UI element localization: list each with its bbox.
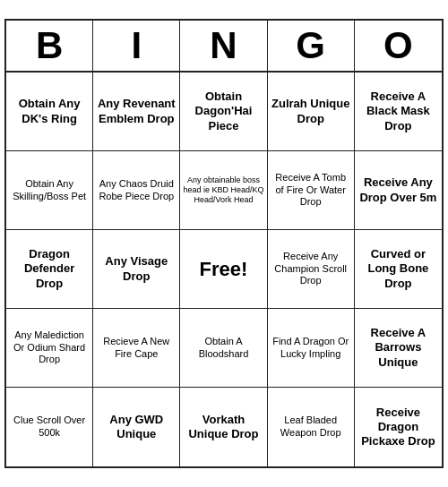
bingo-cell: Leaf Bladed Weapon Drop [268,388,355,466]
bingo-cell: Obtain Any DK's Ring [6,73,93,151]
bingo-cell: Dragon Defender Drop [6,230,93,309]
bingo-cell: Obtain Dagon'Hai Piece [180,73,267,151]
bingo-cell: Any Malediction Or Odium Shard Drop [6,309,93,388]
bingo-cell: Receive A Tomb of Fire Or Water Drop [268,151,355,230]
bingo-cell: Curved or Long Bone Drop [355,230,442,309]
bingo-cell: Clue Scroll Over 500k [6,388,93,466]
bingo-cell: Vorkath Unique Drop [180,388,267,466]
bingo-cell: Free! [180,230,267,309]
bingo-cell: Any Visage Drop [93,230,180,309]
bingo-letter: G [268,21,355,73]
bingo-card: BINGO Obtain Any DK's RingAny Revenant E… [4,19,444,468]
bingo-cell: Find A Dragon Or Lucky Impling [268,309,355,388]
bingo-letter: O [355,21,442,73]
bingo-cell: Receive A Black Mask Drop [355,73,442,151]
bingo-grid: Obtain Any DK's RingAny Revenant Emblem … [6,73,442,466]
bingo-cell: Any obtainable boss head ie KBD Head/KQ … [180,151,267,230]
bingo-cell: Recieve A New Fire Cape [93,309,180,388]
bingo-cell: Receive Any Drop Over 5m [355,151,442,230]
bingo-cell: Receive Dragon Pickaxe Drop [355,388,442,466]
bingo-cell: Receive Any Champion Scroll Drop [268,230,355,309]
bingo-cell: Receive A Barrows Unique [355,309,442,388]
bingo-cell: Any GWD Unique [93,388,180,466]
bingo-header: BINGO [6,21,442,73]
bingo-cell: Zulrah Unique Drop [268,73,355,151]
bingo-letter: N [180,21,267,73]
bingo-cell: Obtain A Bloodshard [180,309,267,388]
bingo-cell: Obtain Any Skilling/Boss Pet [6,151,93,230]
bingo-letter: I [93,21,180,73]
bingo-letter: B [6,21,93,73]
bingo-cell: Any Revenant Emblem Drop [93,73,180,151]
bingo-cell: Any Chaos Druid Robe Piece Drop [93,151,180,230]
